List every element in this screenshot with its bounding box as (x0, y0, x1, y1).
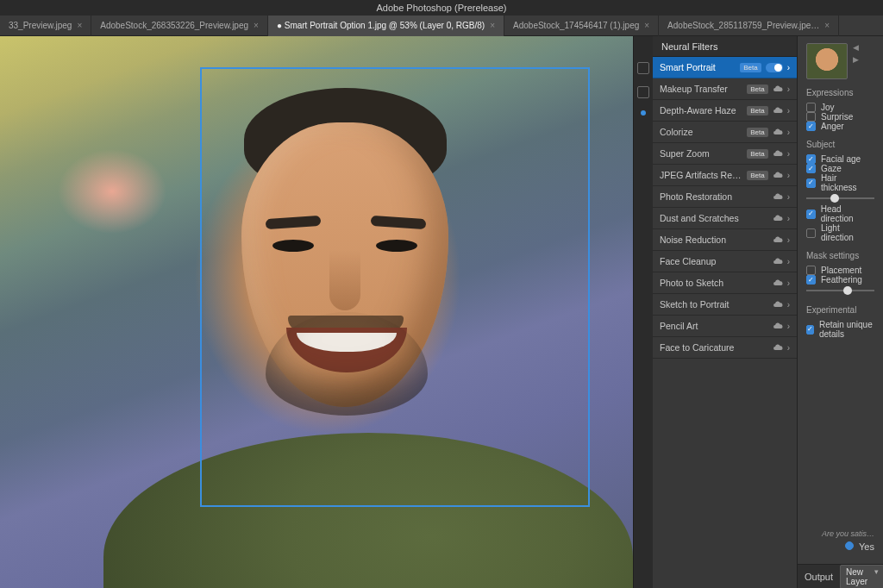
cloud-download-icon[interactable] (773, 84, 783, 94)
panel-title: Neural Filters (653, 36, 797, 57)
option-head-direction[interactable]: Head direction (806, 204, 874, 223)
filter-sketch-to-portrait[interactable]: Sketch to Portrait› (653, 294, 797, 316)
section-mask: Mask settings (806, 251, 874, 260)
filter-photo-to-sketch[interactable]: Photo to Sketch› (653, 272, 797, 294)
output-select[interactable]: New Layer (840, 565, 883, 589)
cloud-download-icon[interactable] (773, 148, 783, 159)
cloud-download-icon[interactable] (773, 299, 783, 310)
checkbox-icon[interactable] (806, 122, 816, 131)
chevron-right-icon: › (787, 106, 790, 116)
option-surprise[interactable]: Surprise (806, 112, 874, 122)
option-label: Joy (821, 103, 835, 112)
cloud-download-icon[interactable] (773, 342, 783, 353)
option-gaze[interactable]: Gaze (806, 164, 874, 173)
beta-badge: Beta (747, 171, 767, 180)
filter-label: Photo Restoration (660, 191, 732, 202)
option-label: Head direction (821, 204, 874, 223)
close-tab-icon[interactable]: × (254, 21, 259, 30)
filter-noise-reduction[interactable]: Noise Reduction› (653, 229, 797, 251)
option-slider[interactable] (806, 192, 874, 204)
canvas-area[interactable] (0, 36, 633, 588)
filter-label: Makeup Transfer (660, 84, 728, 94)
face-thumbnail[interactable] (806, 43, 848, 79)
cloud-download-icon[interactable] (773, 278, 783, 288)
checkbox-icon[interactable] (806, 266, 816, 275)
option-label: Surprise (821, 112, 853, 122)
active-indicator-icon (641, 110, 646, 116)
filter-face-cleanup[interactable]: Face Cleanup› (653, 251, 797, 272)
checkbox-icon[interactable] (806, 178, 816, 188)
cloud-download-icon[interactable] (773, 256, 783, 266)
filter-label: Colorize (660, 127, 693, 137)
option-label: Placement (821, 266, 861, 275)
filter-label: Photo to Sketch (660, 278, 723, 288)
cloud-download-icon[interactable] (773, 170, 783, 180)
document-tab[interactable]: 33_Preview.jpeg× (0, 16, 91, 36)
option-label: Gaze (821, 164, 842, 173)
filter-label: Super Zoom (660, 148, 710, 159)
checkbox-icon[interactable] (806, 164, 816, 173)
option-hair-thickness[interactable]: Hair thickness (806, 173, 874, 192)
filter-label: Pencil Art (660, 321, 698, 331)
filter-options-panel: ◀ ▶ Expressions JoySurpriseAnger Subject… (798, 36, 883, 588)
close-tab-icon[interactable]: × (824, 21, 830, 30)
wait-list-icon[interactable] (637, 86, 649, 98)
checkbox-icon[interactable] (806, 112, 816, 122)
checkbox-icon[interactable] (806, 325, 814, 335)
checkbox-icon[interactable] (806, 228, 816, 238)
filter-label: JPEG Artifacts Re… (660, 170, 742, 180)
filter-face-to-caricature[interactable]: Face to Caricature› (653, 337, 797, 359)
filter-pencil-art[interactable]: Pencil Art› (653, 316, 797, 337)
option-anger[interactable]: Anger (806, 122, 874, 131)
option-joy[interactable]: Joy (806, 103, 874, 112)
checkbox-icon[interactable] (806, 275, 816, 285)
option-light-direction[interactable]: Light direction (806, 223, 874, 242)
option-retain-unique-details[interactable]: Retain unique details (806, 320, 874, 339)
chevron-right-icon: › (787, 300, 790, 310)
filters-list-icon[interactable] (637, 62, 649, 74)
cloud-download-icon[interactable] (773, 235, 783, 245)
document-tab[interactable]: AdobeStock_285118759_Preview.jpe…× (659, 16, 839, 36)
chevron-right-icon: › (787, 63, 790, 72)
checkbox-icon[interactable] (806, 103, 816, 112)
prev-face-icon[interactable]: ◀ (853, 43, 859, 52)
document-tab[interactable]: ● Smart Portrait Option 1.jpg @ 53% (Lay… (268, 16, 504, 36)
checkbox-icon[interactable] (806, 210, 816, 219)
cloud-download-icon[interactable] (773, 127, 783, 137)
filter-smart-portrait[interactable]: Smart PortraitBeta› (653, 57, 797, 78)
cloud-download-icon[interactable] (773, 213, 783, 223)
filter-dust-and-scratches[interactable]: Dust and Scratches› (653, 208, 797, 229)
chevron-right-icon: › (787, 257, 790, 266)
beta-badge: Beta (747, 84, 767, 94)
cloud-download-icon[interactable] (773, 321, 783, 331)
feedback-yes-radio[interactable] (845, 541, 854, 550)
option-label: Hair thickness (821, 173, 874, 192)
close-tab-icon[interactable]: × (490, 21, 495, 30)
option-feathering[interactable]: Feathering (806, 275, 874, 285)
filter-makeup-transfer[interactable]: Makeup TransferBeta› (653, 78, 797, 100)
cloud-download-icon[interactable] (773, 191, 783, 202)
filter-super-zoom[interactable]: Super ZoomBeta› (653, 143, 797, 165)
document-tab[interactable]: AdobeStock_268353226_Preview.jpeg× (91, 16, 268, 36)
option-label: Retain unique details (819, 320, 874, 339)
filter-depth-aware-haze[interactable]: Depth-Aware HazeBeta› (653, 100, 797, 122)
filter-label: Dust and Scratches (660, 213, 739, 223)
filter-label: Noise Reduction (660, 235, 726, 245)
document-tab[interactable]: AdobeStock_174546417 (1).jpeg× (504, 16, 659, 36)
cloud-download-icon[interactable] (773, 105, 783, 116)
option-placement[interactable]: Placement (806, 266, 874, 275)
close-tab-icon[interactable]: × (644, 21, 649, 30)
beta-badge: Beta (740, 63, 761, 72)
filter-jpeg-artifacts-re-[interactable]: JPEG Artifacts Re…Beta› (653, 165, 797, 186)
option-slider[interactable] (806, 285, 874, 297)
chevron-right-icon: › (787, 84, 790, 94)
chevron-right-icon: › (787, 235, 790, 245)
checkbox-icon[interactable] (806, 154, 816, 164)
filter-colorize[interactable]: ColorizeBeta› (653, 122, 797, 143)
chevron-right-icon: › (787, 214, 790, 223)
option-facial-age[interactable]: Facial age (806, 154, 874, 164)
next-face-icon[interactable]: ▶ (853, 55, 859, 64)
close-tab-icon[interactable]: × (77, 21, 82, 30)
filter-toggle[interactable] (766, 63, 783, 72)
filter-photo-restoration[interactable]: Photo Restoration› (653, 186, 797, 208)
